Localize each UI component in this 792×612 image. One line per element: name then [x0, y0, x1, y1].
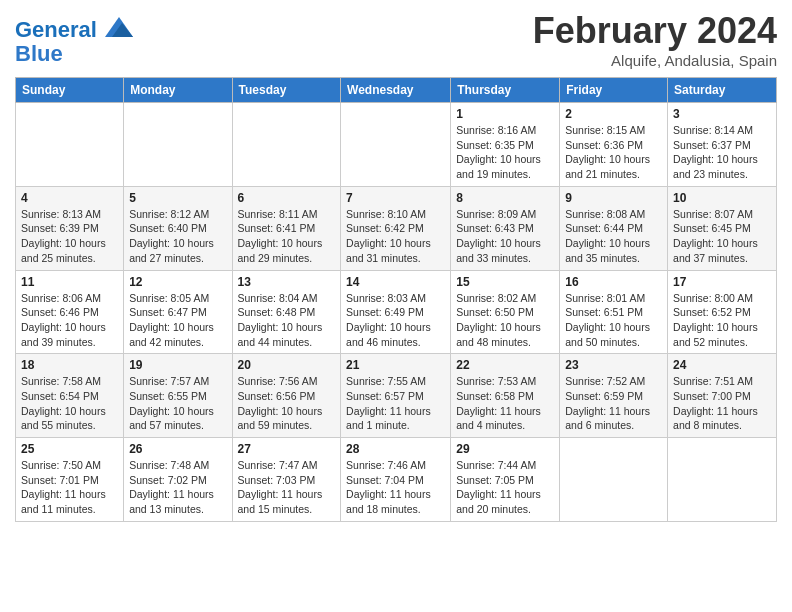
calendar-cell: 11Sunrise: 8:06 AMSunset: 6:46 PMDayligh… [16, 270, 124, 354]
day-info: Sunrise: 7:57 AMSunset: 6:55 PMDaylight:… [129, 374, 226, 433]
day-number: 6 [238, 191, 336, 205]
calendar-cell [232, 103, 341, 187]
day-info: Sunrise: 8:09 AMSunset: 6:43 PMDaylight:… [456, 207, 554, 266]
logo-text: General [15, 18, 133, 42]
calendar-cell: 6Sunrise: 8:11 AMSunset: 6:41 PMDaylight… [232, 186, 341, 270]
day-info: Sunrise: 7:52 AMSunset: 6:59 PMDaylight:… [565, 374, 662, 433]
day-info: Sunrise: 8:01 AMSunset: 6:51 PMDaylight:… [565, 291, 662, 350]
day-info: Sunrise: 7:50 AMSunset: 7:01 PMDaylight:… [21, 458, 118, 517]
day-info: Sunrise: 8:05 AMSunset: 6:47 PMDaylight:… [129, 291, 226, 350]
day-number: 24 [673, 358, 771, 372]
location: Alquife, Andalusia, Spain [533, 52, 777, 69]
calendar-cell: 9Sunrise: 8:08 AMSunset: 6:44 PMDaylight… [560, 186, 668, 270]
day-number: 21 [346, 358, 445, 372]
logo: General Blue [15, 18, 133, 66]
day-info: Sunrise: 8:02 AMSunset: 6:50 PMDaylight:… [456, 291, 554, 350]
calendar-cell [124, 103, 232, 187]
day-number: 4 [21, 191, 118, 205]
calendar-cell: 2Sunrise: 8:15 AMSunset: 6:36 PMDaylight… [560, 103, 668, 187]
day-info: Sunrise: 8:08 AMSunset: 6:44 PMDaylight:… [565, 207, 662, 266]
day-info: Sunrise: 7:58 AMSunset: 6:54 PMDaylight:… [21, 374, 118, 433]
day-info: Sunrise: 8:14 AMSunset: 6:37 PMDaylight:… [673, 123, 771, 182]
weekday-header-thursday: Thursday [451, 78, 560, 103]
calendar-cell: 12Sunrise: 8:05 AMSunset: 6:47 PMDayligh… [124, 270, 232, 354]
calendar-cell: 8Sunrise: 8:09 AMSunset: 6:43 PMDaylight… [451, 186, 560, 270]
calendar: SundayMondayTuesdayWednesdayThursdayFrid… [15, 77, 777, 522]
calendar-cell: 16Sunrise: 8:01 AMSunset: 6:51 PMDayligh… [560, 270, 668, 354]
calendar-cell: 7Sunrise: 8:10 AMSunset: 6:42 PMDaylight… [341, 186, 451, 270]
day-info: Sunrise: 8:12 AMSunset: 6:40 PMDaylight:… [129, 207, 226, 266]
calendar-cell [341, 103, 451, 187]
day-info: Sunrise: 8:13 AMSunset: 6:39 PMDaylight:… [21, 207, 118, 266]
calendar-cell: 5Sunrise: 8:12 AMSunset: 6:40 PMDaylight… [124, 186, 232, 270]
day-number: 27 [238, 442, 336, 456]
weekday-header-friday: Friday [560, 78, 668, 103]
day-number: 23 [565, 358, 662, 372]
day-number: 8 [456, 191, 554, 205]
day-number: 2 [565, 107, 662, 121]
calendar-cell: 4Sunrise: 8:13 AMSunset: 6:39 PMDaylight… [16, 186, 124, 270]
calendar-cell: 14Sunrise: 8:03 AMSunset: 6:49 PMDayligh… [341, 270, 451, 354]
weekday-header-tuesday: Tuesday [232, 78, 341, 103]
calendar-cell: 28Sunrise: 7:46 AMSunset: 7:04 PMDayligh… [341, 438, 451, 522]
calendar-cell: 10Sunrise: 8:07 AMSunset: 6:45 PMDayligh… [668, 186, 777, 270]
day-number: 1 [456, 107, 554, 121]
calendar-cell: 20Sunrise: 7:56 AMSunset: 6:56 PMDayligh… [232, 354, 341, 438]
day-info: Sunrise: 7:55 AMSunset: 6:57 PMDaylight:… [346, 374, 445, 433]
day-number: 17 [673, 275, 771, 289]
day-number: 16 [565, 275, 662, 289]
day-number: 19 [129, 358, 226, 372]
calendar-cell: 1Sunrise: 8:16 AMSunset: 6:35 PMDaylight… [451, 103, 560, 187]
day-number: 18 [21, 358, 118, 372]
month-title: February 2024 [533, 10, 777, 52]
title-area: February 2024 Alquife, Andalusia, Spain [533, 10, 777, 69]
day-number: 11 [21, 275, 118, 289]
weekday-header-saturday: Saturday [668, 78, 777, 103]
calendar-cell: 22Sunrise: 7:53 AMSunset: 6:58 PMDayligh… [451, 354, 560, 438]
day-number: 22 [456, 358, 554, 372]
day-number: 10 [673, 191, 771, 205]
logo-text-blue: Blue [15, 42, 133, 66]
day-number: 26 [129, 442, 226, 456]
day-info: Sunrise: 8:10 AMSunset: 6:42 PMDaylight:… [346, 207, 445, 266]
day-number: 29 [456, 442, 554, 456]
calendar-cell: 3Sunrise: 8:14 AMSunset: 6:37 PMDaylight… [668, 103, 777, 187]
day-info: Sunrise: 8:06 AMSunset: 6:46 PMDaylight:… [21, 291, 118, 350]
day-info: Sunrise: 7:46 AMSunset: 7:04 PMDaylight:… [346, 458, 445, 517]
header: General Blue February 2024 Alquife, Anda… [15, 10, 777, 69]
weekday-header-wednesday: Wednesday [341, 78, 451, 103]
day-number: 9 [565, 191, 662, 205]
weekday-header-monday: Monday [124, 78, 232, 103]
day-info: Sunrise: 8:11 AMSunset: 6:41 PMDaylight:… [238, 207, 336, 266]
day-info: Sunrise: 8:07 AMSunset: 6:45 PMDaylight:… [673, 207, 771, 266]
day-info: Sunrise: 8:03 AMSunset: 6:49 PMDaylight:… [346, 291, 445, 350]
calendar-cell: 13Sunrise: 8:04 AMSunset: 6:48 PMDayligh… [232, 270, 341, 354]
day-info: Sunrise: 8:16 AMSunset: 6:35 PMDaylight:… [456, 123, 554, 182]
day-info: Sunrise: 8:04 AMSunset: 6:48 PMDaylight:… [238, 291, 336, 350]
day-number: 13 [238, 275, 336, 289]
day-number: 12 [129, 275, 226, 289]
calendar-cell: 18Sunrise: 7:58 AMSunset: 6:54 PMDayligh… [16, 354, 124, 438]
day-number: 3 [673, 107, 771, 121]
calendar-cell: 21Sunrise: 7:55 AMSunset: 6:57 PMDayligh… [341, 354, 451, 438]
day-info: Sunrise: 8:00 AMSunset: 6:52 PMDaylight:… [673, 291, 771, 350]
calendar-cell: 23Sunrise: 7:52 AMSunset: 6:59 PMDayligh… [560, 354, 668, 438]
day-info: Sunrise: 7:48 AMSunset: 7:02 PMDaylight:… [129, 458, 226, 517]
weekday-header-sunday: Sunday [16, 78, 124, 103]
calendar-cell: 25Sunrise: 7:50 AMSunset: 7:01 PMDayligh… [16, 438, 124, 522]
day-info: Sunrise: 7:51 AMSunset: 7:00 PMDaylight:… [673, 374, 771, 433]
calendar-cell [16, 103, 124, 187]
calendar-cell [668, 438, 777, 522]
day-number: 20 [238, 358, 336, 372]
day-number: 14 [346, 275, 445, 289]
day-number: 5 [129, 191, 226, 205]
day-number: 25 [21, 442, 118, 456]
day-info: Sunrise: 7:47 AMSunset: 7:03 PMDaylight:… [238, 458, 336, 517]
calendar-cell: 26Sunrise: 7:48 AMSunset: 7:02 PMDayligh… [124, 438, 232, 522]
day-number: 15 [456, 275, 554, 289]
calendar-cell: 15Sunrise: 8:02 AMSunset: 6:50 PMDayligh… [451, 270, 560, 354]
calendar-cell: 24Sunrise: 7:51 AMSunset: 7:00 PMDayligh… [668, 354, 777, 438]
calendar-cell: 27Sunrise: 7:47 AMSunset: 7:03 PMDayligh… [232, 438, 341, 522]
day-info: Sunrise: 8:15 AMSunset: 6:36 PMDaylight:… [565, 123, 662, 182]
calendar-cell [560, 438, 668, 522]
